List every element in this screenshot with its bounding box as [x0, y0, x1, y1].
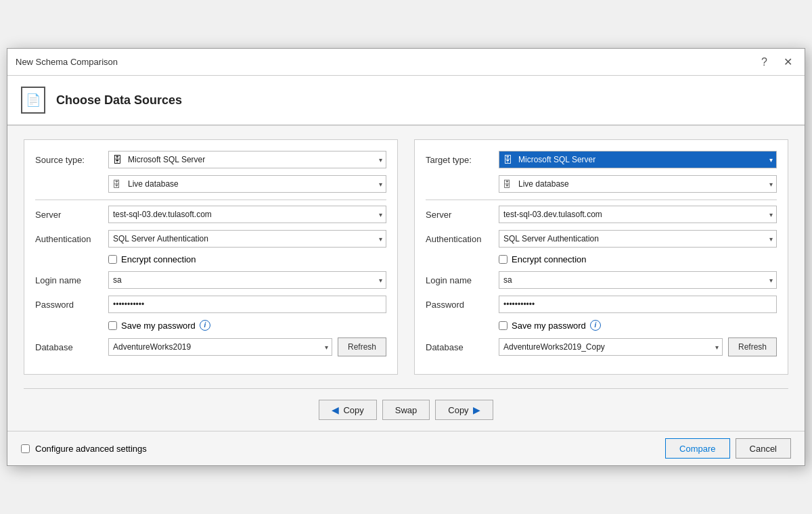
target-encrypt-row: Encrypt connection: [499, 254, 777, 264]
target-subtype-select[interactable]: Live database: [499, 175, 777, 193]
target-save-password-info-icon: i: [590, 320, 601, 331]
source-panel: Source type: 🗄 Microsoft SQL Server ▾ 🗄: [24, 139, 398, 375]
target-subtype-wrapper: 🗄 Live database ▾: [499, 175, 777, 193]
target-separator-1: [426, 200, 777, 200]
target-database-label: Database: [426, 342, 493, 352]
swap-button[interactable]: Swap: [382, 400, 430, 420]
target-server-wrapper: test-sql-03.dev.tulasoft.com ▾: [499, 206, 777, 223]
source-database-select[interactable]: AdventureWorks2019: [108, 338, 332, 356]
target-type-row: Target type: 🗄 Microsoft SQL Server ▾: [426, 151, 777, 168]
target-encrypt-checkbox[interactable]: [499, 255, 508, 264]
target-login-select[interactable]: sa: [499, 271, 777, 289]
advanced-settings-label: Configure advanced settings: [35, 444, 147, 454]
source-password-input[interactable]: [108, 296, 386, 313]
target-database-wrapper: AdventureWorks2019_Copy ▾: [499, 338, 723, 356]
target-type-select-wrapper: 🗄 Microsoft SQL Server ▾: [499, 151, 777, 168]
footer-left: Configure advanced settings: [21, 444, 147, 454]
source-server-wrapper: test-sql-03.dev.tulasoft.com ▾: [108, 206, 386, 223]
footer-right: Compare Cancel: [665, 438, 791, 459]
target-save-password-checkbox[interactable]: [499, 321, 508, 330]
target-server-label: Server: [426, 210, 493, 220]
source-refresh-button[interactable]: Refresh: [338, 337, 386, 356]
source-save-password-info-icon: i: [200, 320, 210, 331]
dialog: New Schema Comparison ? ✕ 📄 Choose Data …: [7, 48, 805, 466]
source-server-row: Server test-sql-03.dev.tulasoft.com ▾: [35, 206, 386, 223]
target-password-row: Password: [426, 296, 777, 313]
target-encrypt-label: Encrypt connection: [512, 254, 587, 264]
header-section: 📄 Choose Data Sources: [7, 76, 805, 126]
target-password-input[interactable]: [499, 296, 777, 313]
target-save-password-row: Save my password i: [499, 320, 777, 331]
source-encrypt-row: Encrypt connection: [108, 254, 386, 264]
source-auth-select[interactable]: SQL Server Authentication: [108, 230, 386, 248]
action-row: ◀ Copy Swap Copy ▶: [24, 388, 788, 431]
target-auth-row: Authentication SQL Server Authentication…: [426, 230, 777, 248]
source-login-label: Login name: [35, 275, 103, 285]
source-subtype-row: 🗄 Live database ▾: [35, 175, 386, 193]
target-auth-label: Authentication: [426, 234, 493, 244]
two-col-layout: Source type: 🗄 Microsoft SQL Server ▾ 🗄: [24, 139, 788, 375]
target-panel: Target type: 🗄 Microsoft SQL Server ▾ 🗄: [414, 139, 788, 375]
copy-right-arrow-icon: ▶: [473, 404, 480, 415]
close-button[interactable]: ✕: [780, 54, 796, 70]
source-login-select[interactable]: sa: [108, 271, 386, 289]
header-title: Choose Data Sources: [56, 93, 182, 108]
target-login-row: Login name sa ▾: [426, 271, 777, 289]
source-save-password-label: Save my password: [121, 321, 196, 331]
source-database-row: Database AdventureWorks2019 ▾ Refresh: [35, 337, 386, 356]
document-icon: 📄: [21, 87, 45, 114]
source-type-select[interactable]: Microsoft SQL Server: [108, 151, 386, 168]
target-subtype-row: 🗄 Live database ▾: [426, 175, 777, 193]
target-server-select[interactable]: test-sql-03.dev.tulasoft.com: [499, 206, 777, 223]
content-area: Source type: 🗄 Microsoft SQL Server ▾ 🗄: [7, 126, 805, 388]
target-database-select[interactable]: AdventureWorks2019_Copy: [499, 338, 723, 356]
target-database-row: Database AdventureWorks2019_Copy ▾ Refre…: [426, 337, 777, 356]
title-bar: New Schema Comparison ? ✕: [7, 49, 805, 76]
source-separator-1: [35, 200, 386, 200]
target-type-label: Target type:: [426, 155, 493, 165]
target-auth-wrapper: SQL Server Authentication ▾: [499, 230, 777, 248]
copy-right-button[interactable]: Copy ▶: [435, 400, 493, 420]
compare-button[interactable]: Compare: [665, 438, 729, 459]
source-subtype-wrapper: 🗄 Live database ▾: [108, 175, 386, 193]
source-auth-row: Authentication SQL Server Authentication…: [35, 230, 386, 248]
source-password-row: Password: [35, 296, 386, 313]
copy-left-arrow-icon: ◀: [332, 404, 339, 415]
target-password-label: Password: [426, 300, 493, 310]
source-server-select[interactable]: test-sql-03.dev.tulasoft.com: [108, 206, 386, 223]
source-save-password-checkbox[interactable]: [108, 321, 117, 330]
target-login-wrapper: sa ▾: [499, 271, 777, 289]
source-database-label: Database: [35, 342, 103, 352]
help-button[interactable]: ?: [757, 55, 771, 70]
source-auth-wrapper: SQL Server Authentication ▾: [108, 230, 386, 248]
copy-left-button[interactable]: ◀ Copy: [319, 400, 376, 420]
title-bar-left: New Schema Comparison: [16, 57, 118, 67]
source-login-row: Login name sa ▾: [35, 271, 386, 289]
cancel-button[interactable]: Cancel: [736, 438, 791, 459]
target-refresh-button[interactable]: Refresh: [728, 337, 777, 356]
footer: Configure advanced settings Compare Canc…: [7, 431, 805, 465]
title-bar-right: ? ✕: [757, 54, 796, 70]
source-encrypt-checkbox[interactable]: [108, 255, 117, 264]
source-password-label: Password: [35, 300, 103, 310]
target-auth-select[interactable]: SQL Server Authentication: [499, 230, 777, 248]
source-save-password-row: Save my password i: [108, 320, 386, 331]
source-encrypt-label: Encrypt connection: [121, 254, 196, 264]
target-server-row: Server test-sql-03.dev.tulasoft.com ▾: [426, 206, 777, 223]
source-auth-label: Authentication: [35, 234, 103, 244]
source-server-label: Server: [35, 210, 103, 220]
source-database-wrapper: AdventureWorks2019 ▾: [108, 338, 332, 356]
source-type-select-wrapper: 🗄 Microsoft SQL Server ▾: [108, 151, 386, 168]
target-type-select[interactable]: Microsoft SQL Server: [499, 151, 777, 168]
source-type-label: Source type:: [35, 155, 103, 165]
source-type-row: Source type: 🗄 Microsoft SQL Server ▾: [35, 151, 386, 168]
target-login-label: Login name: [426, 275, 493, 285]
advanced-settings-checkbox[interactable]: [21, 444, 30, 453]
source-login-wrapper: sa ▾: [108, 271, 386, 289]
source-subtype-select[interactable]: Live database: [108, 175, 386, 193]
target-save-password-label: Save my password: [512, 321, 586, 331]
dialog-title: New Schema Comparison: [16, 57, 118, 67]
